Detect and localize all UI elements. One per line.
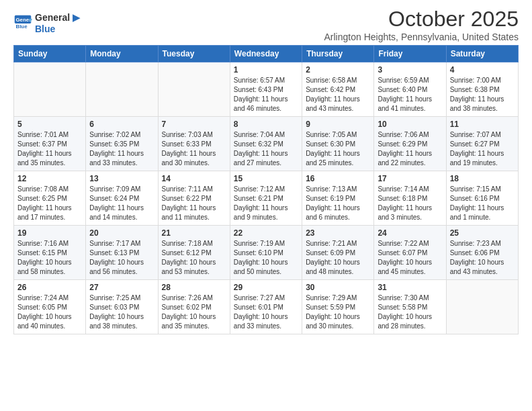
calendar-day-11: 11Sunrise: 7:07 AMSunset: 6:27 PMDayligh… [446, 117, 518, 171]
calendar-table: SundayMondayTuesdayWednesdayThursdayFrid… [13, 45, 519, 334]
header-wednesday: Wednesday [230, 46, 302, 62]
day-number: 4 [450, 65, 515, 75]
day-info: Sunrise: 7:22 AMSunset: 6:07 PMDaylight:… [378, 239, 442, 277]
title-section: October 2025 Arlington Heights, Pennsylv… [324, 7, 519, 42]
day-number: 28 [162, 283, 226, 292]
day-info: Sunrise: 7:07 AMSunset: 6:27 PMDaylight:… [450, 130, 515, 168]
calendar-week-row: 5Sunrise: 7:01 AMSunset: 6:37 PMDaylight… [14, 117, 519, 171]
day-info: Sunrise: 6:57 AMSunset: 6:43 PMDaylight:… [234, 76, 298, 113]
day-number: 27 [89, 283, 154, 292]
day-info: Sunrise: 7:03 AMSunset: 6:33 PMDaylight:… [162, 130, 226, 168]
day-number: 15 [234, 174, 298, 183]
calendar-day-empty [446, 280, 518, 334]
calendar-day-29: 29Sunrise: 7:27 AMSunset: 6:01 PMDayligh… [230, 280, 302, 334]
day-number: 1 [234, 65, 298, 75]
day-info: Sunrise: 7:30 AMSunset: 5:58 PMDaylight:… [378, 293, 442, 331]
day-number: 29 [234, 283, 298, 292]
calendar-day-empty [14, 62, 86, 117]
day-number: 18 [450, 174, 515, 183]
day-info: Sunrise: 7:09 AMSunset: 6:24 PMDaylight:… [89, 185, 154, 222]
day-info: Sunrise: 7:15 AMSunset: 6:16 PMDaylight:… [450, 185, 515, 222]
calendar-day-27: 27Sunrise: 7:25 AMSunset: 6:03 PMDayligh… [86, 280, 158, 334]
calendar-day-28: 28Sunrise: 7:26 AMSunset: 6:02 PMDayligh… [158, 280, 230, 334]
day-info: Sunrise: 7:11 AMSunset: 6:22 PMDaylight:… [162, 185, 226, 222]
day-info: Sunrise: 7:14 AMSunset: 6:18 PMDaylight:… [378, 185, 442, 222]
day-info: Sunrise: 7:19 AMSunset: 6:10 PMDaylight:… [234, 239, 298, 277]
svg-text:Blue: Blue [16, 24, 28, 30]
day-info: Sunrise: 6:59 AMSunset: 6:40 PMDaylight:… [378, 76, 442, 113]
day-number: 10 [378, 120, 442, 129]
calendar-day-9: 9Sunrise: 7:05 AMSunset: 6:30 PMDaylight… [302, 117, 374, 171]
day-number: 17 [378, 174, 442, 183]
day-info: Sunrise: 7:06 AMSunset: 6:29 PMDaylight:… [378, 130, 442, 168]
calendar-day-10: 10Sunrise: 7:06 AMSunset: 6:29 PMDayligh… [374, 117, 446, 171]
calendar-week-row: 19Sunrise: 7:16 AMSunset: 6:15 PMDayligh… [14, 226, 519, 280]
day-info: Sunrise: 7:00 AMSunset: 6:38 PMDaylight:… [450, 76, 515, 113]
day-info: Sunrise: 7:16 AMSunset: 6:15 PMDaylight:… [17, 239, 82, 277]
calendar-day-26: 26Sunrise: 7:24 AMSunset: 6:05 PMDayligh… [14, 280, 86, 334]
day-number: 26 [17, 283, 82, 292]
calendar-day-25: 25Sunrise: 7:23 AMSunset: 6:06 PMDayligh… [446, 226, 518, 280]
location-title: Arlington Heights, Pennsylvania, United … [324, 32, 519, 42]
header-thursday: Thursday [302, 46, 374, 62]
day-number: 25 [450, 228, 515, 238]
day-info: Sunrise: 7:05 AMSunset: 6:30 PMDaylight:… [306, 130, 370, 168]
day-info: Sunrise: 7:01 AMSunset: 6:37 PMDaylight:… [17, 130, 82, 168]
calendar-day-31: 31Sunrise: 7:30 AMSunset: 5:58 PMDayligh… [374, 280, 446, 334]
day-number: 9 [306, 120, 370, 129]
day-number: 14 [162, 174, 226, 183]
day-info: Sunrise: 7:04 AMSunset: 6:32 PMDaylight:… [234, 130, 298, 168]
header-saturday: Saturday [446, 46, 518, 62]
calendar-header-row: SundayMondayTuesdayWednesdayThursdayFrid… [14, 46, 519, 62]
day-number: 19 [17, 228, 82, 238]
day-number: 3 [378, 65, 442, 75]
day-number: 21 [162, 228, 226, 238]
day-number: 8 [234, 120, 298, 129]
header-tuesday: Tuesday [158, 46, 230, 62]
day-number: 24 [378, 228, 442, 238]
calendar-day-19: 19Sunrise: 7:16 AMSunset: 6:15 PMDayligh… [14, 226, 86, 280]
calendar-day-4: 4Sunrise: 7:00 AMSunset: 6:38 PMDaylight… [446, 62, 518, 117]
calendar-day-3: 3Sunrise: 6:59 AMSunset: 6:40 PMDaylight… [374, 62, 446, 117]
day-info: Sunrise: 7:17 AMSunset: 6:13 PMDaylight:… [89, 239, 154, 277]
calendar-day-16: 16Sunrise: 7:13 AMSunset: 6:19 PMDayligh… [302, 171, 374, 226]
day-info: Sunrise: 7:25 AMSunset: 6:03 PMDaylight:… [89, 293, 154, 331]
day-number: 11 [450, 120, 515, 129]
day-info: Sunrise: 7:29 AMSunset: 5:59 PMDaylight:… [306, 293, 370, 331]
day-info: Sunrise: 7:18 AMSunset: 6:12 PMDaylight:… [162, 239, 226, 277]
calendar-day-20: 20Sunrise: 7:17 AMSunset: 6:13 PMDayligh… [86, 226, 158, 280]
day-info: Sunrise: 7:27 AMSunset: 6:01 PMDaylight:… [234, 293, 298, 331]
calendar-day-17: 17Sunrise: 7:14 AMSunset: 6:18 PMDayligh… [374, 171, 446, 226]
logo-text-blue: Blue [35, 24, 80, 35]
calendar-week-row: 26Sunrise: 7:24 AMSunset: 6:05 PMDayligh… [14, 280, 519, 334]
header-friday: Friday [374, 46, 446, 62]
calendar-day-empty [158, 62, 230, 117]
calendar-day-18: 18Sunrise: 7:15 AMSunset: 6:16 PMDayligh… [446, 171, 518, 226]
logo: General Blue General ▶ Blue [13, 12, 80, 35]
calendar-day-24: 24Sunrise: 7:22 AMSunset: 6:07 PMDayligh… [374, 226, 446, 280]
day-info: Sunrise: 6:58 AMSunset: 6:42 PMDaylight:… [306, 76, 370, 113]
day-number: 16 [306, 174, 370, 183]
day-number: 5 [17, 120, 82, 129]
day-number: 30 [306, 283, 370, 292]
calendar-day-12: 12Sunrise: 7:08 AMSunset: 6:25 PMDayligh… [14, 171, 86, 226]
day-info: Sunrise: 7:24 AMSunset: 6:05 PMDaylight:… [17, 293, 82, 331]
header-monday: Monday [86, 46, 158, 62]
day-number: 13 [89, 174, 154, 183]
calendar-day-30: 30Sunrise: 7:29 AMSunset: 5:59 PMDayligh… [302, 280, 374, 334]
calendar-day-23: 23Sunrise: 7:21 AMSunset: 6:09 PMDayligh… [302, 226, 374, 280]
calendar-day-empty [86, 62, 158, 117]
logo-icon: General Blue [13, 14, 32, 33]
calendar-day-7: 7Sunrise: 7:03 AMSunset: 6:33 PMDaylight… [158, 117, 230, 171]
day-number: 31 [378, 283, 442, 292]
day-number: 20 [89, 228, 154, 238]
calendar-day-1: 1Sunrise: 6:57 AMSunset: 6:43 PMDaylight… [230, 62, 302, 117]
calendar-day-2: 2Sunrise: 6:58 AMSunset: 6:42 PMDaylight… [302, 62, 374, 117]
calendar-day-5: 5Sunrise: 7:01 AMSunset: 6:37 PMDaylight… [14, 117, 86, 171]
calendar-day-6: 6Sunrise: 7:02 AMSunset: 6:35 PMDaylight… [86, 117, 158, 171]
day-number: 6 [89, 120, 154, 129]
day-info: Sunrise: 7:12 AMSunset: 6:21 PMDaylight:… [234, 185, 298, 222]
day-number: 22 [234, 228, 298, 238]
calendar-week-row: 1Sunrise: 6:57 AMSunset: 6:43 PMDaylight… [14, 62, 519, 117]
calendar-day-21: 21Sunrise: 7:18 AMSunset: 6:12 PMDayligh… [158, 226, 230, 280]
